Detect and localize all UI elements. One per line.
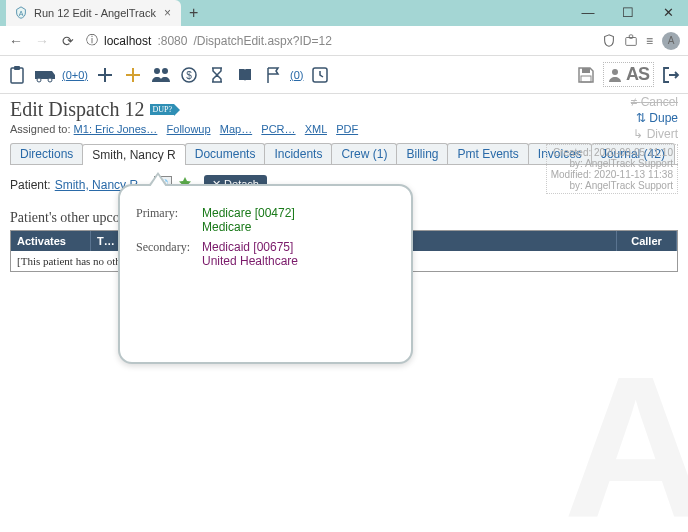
grid-col-header[interactable]: Activates xyxy=(11,231,91,251)
tab-smith-nancy-r[interactable]: Smith, Nancy R xyxy=(82,144,185,165)
plus-alt-icon[interactable] xyxy=(122,64,144,86)
book-icon[interactable] xyxy=(234,64,256,86)
extension-icon[interactable] xyxy=(624,34,638,48)
svg-point-8 xyxy=(154,68,160,74)
nav-forward-icon[interactable]: → xyxy=(34,33,50,49)
popover-value: Medicaid [00675]United Healthcare xyxy=(202,238,308,270)
window-close[interactable]: ✕ xyxy=(648,0,688,26)
divert-action: ↳ Divert xyxy=(546,126,678,142)
dupe-action[interactable]: ⇅ Dupe xyxy=(546,110,678,126)
hourglass-icon[interactable] xyxy=(206,64,228,86)
svg-rect-4 xyxy=(14,66,20,70)
tab-favicon: A xyxy=(14,6,28,20)
header-link[interactable]: PCR… xyxy=(261,123,295,135)
flag-icon[interactable] xyxy=(262,64,284,86)
people-icon[interactable] xyxy=(150,64,172,86)
svg-point-15 xyxy=(612,69,618,75)
tab-close-icon[interactable]: × xyxy=(162,6,173,20)
tab-pmt-events[interactable]: Pmt Events xyxy=(447,143,528,164)
url-field[interactable]: ⓘ localhost:8080/DispatchEdit.aspx?ID=12 xyxy=(86,32,592,49)
header-link[interactable]: Map… xyxy=(220,123,252,135)
svg-rect-14 xyxy=(581,76,591,82)
header-link[interactable]: Followup xyxy=(167,123,211,135)
header-link[interactable]: XML xyxy=(305,123,327,135)
popover-value: Medicare [00472]Medicare xyxy=(202,204,308,236)
clock-icon[interactable] xyxy=(309,64,331,86)
tab-billing[interactable]: Billing xyxy=(396,143,448,164)
toolbar-count-2[interactable]: (0) xyxy=(290,69,303,81)
plus-icon[interactable] xyxy=(94,64,116,86)
user-badge[interactable]: AS xyxy=(603,62,654,87)
nav-back-icon[interactable]: ← xyxy=(8,33,24,49)
save-icon[interactable] xyxy=(575,64,597,86)
tab-directions[interactable]: Directions xyxy=(10,143,83,164)
tab-incidents[interactable]: Incidents xyxy=(264,143,332,164)
browser-tab[interactable]: A Run 12 Edit - AngelTrack × xyxy=(6,0,181,26)
logout-icon[interactable] xyxy=(660,64,682,86)
insurance-table: Primary:Medicare [00472]MedicareSecondar… xyxy=(134,202,310,272)
popover-label: Primary: xyxy=(136,204,200,236)
window-titlebar: A Run 12 Edit - AngelTrack × + — ☐ ✕ xyxy=(0,0,688,26)
url-port: :8080 xyxy=(157,34,187,48)
svg-rect-13 xyxy=(582,68,590,73)
grid-col-header[interactable]: Caller xyxy=(617,231,677,251)
ambulance-icon[interactable] xyxy=(34,64,56,86)
url-host: localhost xyxy=(104,34,151,48)
new-tab-button[interactable]: + xyxy=(181,4,206,22)
svg-rect-5 xyxy=(35,71,48,79)
svg-point-9 xyxy=(162,68,168,74)
header-actions: ≠ Cancel ⇅ Dupe ↳ Divert Created: 2020-0… xyxy=(546,94,678,194)
svg-text:A: A xyxy=(19,10,24,17)
page-header: Edit Dispatch 12 DUP? Assigned to: M1: E… xyxy=(0,94,688,137)
audit-info: Created: 2020-09-05 11:10 by: AngelTrack… xyxy=(546,144,678,194)
cancel-action: ≠ Cancel xyxy=(546,94,678,110)
dup-badge: DUP? xyxy=(150,104,174,115)
url-path: /DispatchEdit.aspx?ID=12 xyxy=(193,34,331,48)
insurance-popover: Primary:Medicare [00472]MedicareSecondar… xyxy=(118,184,413,364)
svg-point-6 xyxy=(37,78,41,82)
window-minimize[interactable]: — xyxy=(568,0,608,26)
window-maximize[interactable]: ☐ xyxy=(608,0,648,26)
toolbar-count-1[interactable]: (0+0) xyxy=(62,69,88,81)
window-buttons: — ☐ ✕ xyxy=(568,0,688,26)
menu-icon[interactable]: ≡ xyxy=(646,34,654,48)
svg-point-7 xyxy=(48,78,52,82)
shield-icon[interactable] xyxy=(602,34,616,48)
app-toolbar: (0+0) $ (0) AS xyxy=(0,56,688,94)
browser-action-icons: ≡ A xyxy=(602,32,680,50)
popover-label: Secondary: xyxy=(136,238,200,270)
header-link[interactable]: PDF xyxy=(336,123,358,135)
profile-avatar[interactable]: A xyxy=(662,32,680,50)
svg-rect-3 xyxy=(11,68,23,83)
nav-reload-icon[interactable]: ⟳ xyxy=(60,33,76,49)
clipboard-icon[interactable] xyxy=(6,64,28,86)
patient-label: Patient: xyxy=(10,178,51,192)
svg-text:$: $ xyxy=(186,70,192,81)
tab-title: Run 12 Edit - AngelTrack xyxy=(34,7,156,19)
site-info-icon[interactable]: ⓘ xyxy=(86,32,98,49)
assigned-crew-link[interactable]: M1: Eric Jones… xyxy=(74,123,158,135)
tab-crew-1-[interactable]: Crew (1) xyxy=(331,143,397,164)
tab-documents[interactable]: Documents xyxy=(185,143,266,164)
watermark: A xyxy=(564,332,688,532)
browser-address-bar: ← → ⟳ ⓘ localhost:8080/DispatchEdit.aspx… xyxy=(0,26,688,56)
money-icon[interactable]: $ xyxy=(178,64,200,86)
